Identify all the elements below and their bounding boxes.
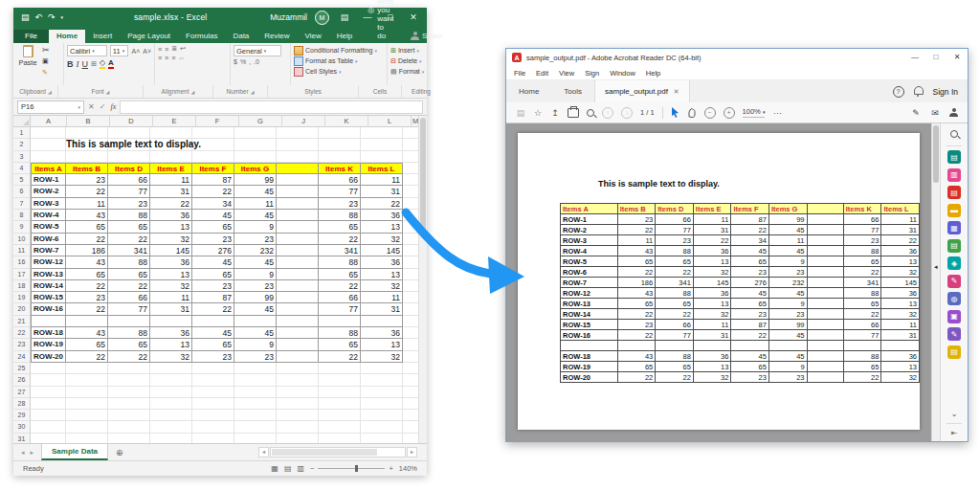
font-name-select[interactable]: Calibri▾ — [67, 45, 107, 56]
row-header[interactable]: 22 — [13, 327, 31, 339]
grid-cell[interactable] — [403, 127, 419, 139]
row-header[interactable]: 29 — [13, 410, 31, 421]
row-header[interactable]: 26 — [13, 374, 31, 386]
grid-cell[interactable] — [403, 398, 419, 410]
row-header[interactable]: 9 — [13, 221, 31, 233]
row-header[interactable]: 18 — [13, 280, 31, 292]
align-bottom-icon[interactable]: ≣ — [171, 45, 177, 53]
grid-cell[interactable]: 36 — [150, 210, 192, 221]
grid-cell[interactable]: 99 — [234, 292, 277, 303]
grid-cell[interactable]: 45 — [234, 327, 277, 339]
grid-cell[interactable] — [192, 316, 234, 327]
grid-cell[interactable] — [150, 410, 192, 421]
row-header[interactable]: 2 — [13, 139, 31, 150]
find-icon[interactable] — [587, 109, 594, 117]
grid-cell[interactable] — [319, 151, 361, 163]
grid-cell[interactable]: 22 — [150, 198, 192, 210]
grid-cell[interactable] — [31, 363, 66, 374]
sign-in-button[interactable]: Sign In — [933, 87, 958, 97]
grid-cell[interactable]: 11 — [150, 174, 192, 186]
grid-cell[interactable]: 31 — [361, 303, 403, 315]
grid-cell[interactable] — [66, 316, 108, 327]
undo-icon[interactable]: ↶ — [35, 12, 43, 22]
borders-icon[interactable]: ⊞ — [91, 60, 97, 68]
cut-icon[interactable]: ✂ — [42, 45, 50, 55]
grid-cell[interactable]: 22 — [319, 280, 361, 292]
grid-cell[interactable] — [150, 374, 192, 386]
grid-cell[interactable]: 232 — [234, 245, 277, 256]
grid-cell[interactable]: ROW-6 — [31, 234, 66, 245]
zoom-slider[interactable]: −+ — [310, 464, 393, 473]
grid-cell[interactable] — [277, 198, 319, 210]
grid-cell[interactable]: ROW-4 — [31, 210, 66, 221]
fill-sign-icon[interactable]: ✎ — [947, 275, 961, 288]
grid-cell[interactable] — [319, 387, 361, 398]
next-page-icon[interactable]: ↓ — [621, 107, 633, 119]
grid-cell[interactable] — [277, 316, 319, 327]
grid-cell[interactable] — [361, 387, 403, 398]
grid-cell[interactable]: 23 — [108, 198, 150, 210]
menu-file[interactable]: File — [514, 69, 525, 78]
pdf-zoom-level[interactable]: 100% ▾ — [743, 107, 766, 118]
delete-cells-button[interactable]: ⊟ Delete▾ — [390, 56, 427, 66]
grid-cell[interactable] — [234, 387, 277, 398]
grid-cell[interactable]: ROW-1 — [31, 174, 66, 186]
grid-cell[interactable] — [192, 127, 234, 139]
share-button[interactable]: Share — [401, 30, 452, 43]
tab-tools[interactable]: Tools — [551, 80, 594, 102]
grid-cell[interactable]: 11 — [234, 198, 277, 210]
pdf-maximize-button[interactable]: □ — [925, 49, 947, 66]
grid-cell[interactable]: 145 — [150, 245, 192, 256]
grid-cell[interactable] — [319, 374, 361, 386]
hscroll-right-icon[interactable]: ▸ — [407, 447, 417, 457]
grid-cell[interactable] — [403, 163, 419, 174]
previous-page-icon[interactable]: ↑ — [602, 107, 613, 119]
grid-cell[interactable] — [277, 234, 319, 245]
cell-styles-button[interactable]: Cell Styles▾ — [294, 66, 384, 77]
hand-tool-icon[interactable] — [687, 108, 697, 118]
redo-icon[interactable]: ↷ — [48, 12, 56, 22]
grid-cell[interactable]: 65 — [319, 269, 361, 280]
grid-cell[interactable]: 43 — [66, 327, 108, 339]
grid-cell[interactable] — [277, 163, 319, 174]
grid-cell[interactable]: 23 — [234, 234, 277, 245]
page-indicator[interactable]: 1 / 1 — [640, 108, 655, 117]
grid-cell[interactable] — [192, 421, 234, 433]
grid-cell[interactable] — [403, 139, 419, 150]
grid-cell[interactable] — [234, 151, 277, 163]
decimal-icons[interactable]: .0 — [254, 58, 259, 65]
grid-cell[interactable] — [277, 421, 319, 433]
protect-pdf-icon[interactable]: ◍ — [947, 292, 961, 305]
grid-cell[interactable]: 66 — [108, 292, 150, 303]
grow-font-icon[interactable]: A˄ — [131, 48, 140, 55]
name-box[interactable]: P16▾ — [17, 100, 84, 114]
grid-cell[interactable]: Items B — [66, 163, 108, 174]
row-header[interactable]: 4 — [13, 163, 31, 174]
row-header[interactable]: 23 — [13, 339, 31, 350]
normal-view-icon[interactable]: ▦ — [271, 464, 278, 473]
percent-icon[interactable]: % — [240, 58, 246, 65]
pdf-close-button[interactable]: ✕ — [947, 49, 968, 66]
grid-cell[interactable] — [31, 421, 66, 433]
grid-cell[interactable]: 145 — [361, 245, 403, 256]
grid-cell[interactable]: 22 — [66, 280, 108, 292]
column-header[interactable]: J — [282, 116, 325, 127]
grid-cell[interactable]: 22 — [192, 186, 234, 197]
column-header[interactable]: E — [153, 116, 196, 127]
grid-cell[interactable] — [192, 387, 234, 398]
grid-cell[interactable] — [277, 410, 319, 421]
row-header[interactable]: 17 — [13, 269, 31, 280]
align-top-icon[interactable]: ≡ — [158, 46, 162, 53]
column-header[interactable]: L — [368, 116, 412, 127]
sheet-prev-icon[interactable]: ◂ — [21, 449, 25, 457]
grid-cell[interactable] — [108, 127, 150, 139]
grid-cell[interactable] — [66, 374, 108, 386]
grid-cell[interactable]: 32 — [361, 280, 403, 292]
grid-cell[interactable] — [150, 151, 192, 163]
grid-cell[interactable]: ROW-3 — [31, 198, 66, 210]
grid-cell[interactable] — [31, 316, 66, 327]
grid-cell[interactable] — [277, 174, 319, 186]
grid-cell[interactable] — [108, 151, 150, 163]
grid-cell[interactable] — [192, 151, 234, 163]
grid-cell[interactable]: 22 — [66, 186, 108, 197]
